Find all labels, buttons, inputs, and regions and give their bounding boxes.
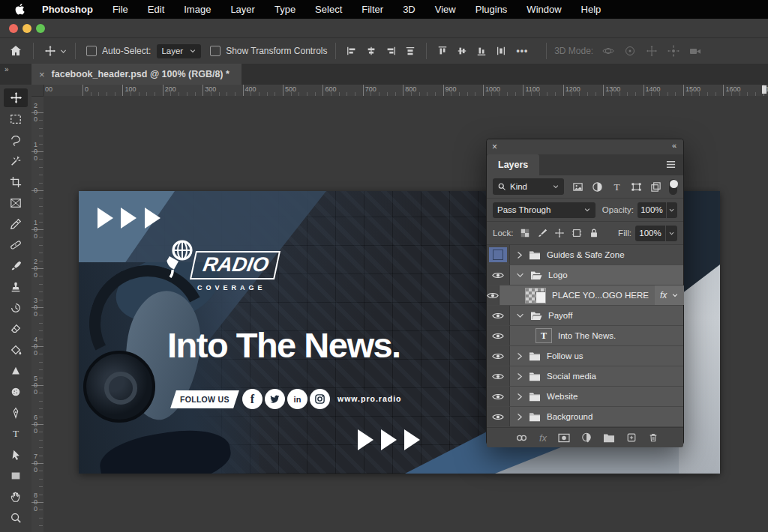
smart-filter-icon[interactable]	[650, 181, 662, 193]
layers-panel-header[interactable]: × «	[487, 139, 683, 154]
smart-object-thumbnail[interactable]	[525, 288, 546, 303]
visibility-eye-icon[interactable]	[487, 346, 510, 366]
menu-filter[interactable]: Filter	[362, 4, 383, 15]
opacity-value[interactable]: 100%	[638, 202, 666, 218]
blend-mode-dropdown[interactable]: Pass Through	[493, 202, 596, 218]
menu-plugins[interactable]: Plugins	[476, 4, 508, 15]
type-tool[interactable]: T	[4, 424, 28, 443]
chevron-right-icon[interactable]	[516, 393, 523, 401]
lock-move-icon[interactable]	[554, 228, 565, 238]
layer-row-website[interactable]: Website	[487, 387, 683, 407]
layer-row-payoff[interactable]: Payoff	[487, 306, 683, 326]
layer-row-logo[interactable]: Logo	[487, 265, 683, 285]
pixel-filter-icon[interactable]	[572, 181, 584, 193]
visibility-eye-icon[interactable]	[487, 366, 510, 386]
align-center-h-icon[interactable]	[366, 46, 376, 56]
3d-roll-icon[interactable]	[624, 45, 636, 57]
new-group-button[interactable]	[603, 433, 615, 443]
distribute-h-icon[interactable]	[405, 46, 416, 56]
healing-brush-tool[interactable]	[4, 235, 28, 254]
distribute-v-icon[interactable]	[496, 46, 506, 56]
type-filter-icon[interactable]: T	[611, 181, 622, 193]
filter-toggle[interactable]	[669, 179, 677, 195]
lock-artboard-icon[interactable]	[572, 228, 582, 238]
paint-bucket-tool[interactable]	[4, 340, 28, 359]
sponge-tool[interactable]	[4, 382, 28, 401]
3d-slide-icon[interactable]	[668, 45, 680, 57]
chevron-down-icon[interactable]	[516, 312, 524, 319]
delete-layer-button[interactable]	[648, 432, 658, 443]
chevron-down-icon[interactable]	[516, 272, 524, 279]
3d-pan-icon[interactable]	[646, 45, 658, 57]
panel-menu-icon[interactable]	[665, 160, 676, 169]
layer-effects-button[interactable]: fx	[539, 432, 547, 444]
menu-view[interactable]: View	[435, 4, 456, 15]
visibility-eye-icon[interactable]	[487, 285, 500, 305]
crop-tool[interactable]	[4, 172, 28, 191]
layer-mask-button[interactable]	[558, 433, 570, 443]
menu-type[interactable]: Type	[274, 4, 296, 15]
frame-tool[interactable]	[4, 193, 28, 212]
layer-effects-badge[interactable]: fx	[655, 285, 684, 305]
zoom-window-button[interactable]	[36, 24, 45, 33]
expand-panels-icon[interactable]: »	[4, 65, 10, 73]
filter-kind-dropdown[interactable]: Kind	[493, 178, 564, 195]
menu-image[interactable]: Image	[184, 4, 211, 15]
pen-tool[interactable]	[4, 403, 28, 422]
menu-layer[interactable]: Layer	[230, 4, 255, 15]
tool-preset-chevron-icon[interactable]	[59, 47, 68, 55]
layers-tab[interactable]: Layers	[487, 154, 539, 175]
more-align-options-button[interactable]: •••	[517, 46, 529, 56]
show-transform-checkbox[interactable]	[210, 46, 220, 56]
adjustment-filter-icon[interactable]	[592, 181, 603, 193]
apple-icon[interactable]	[15, 4, 26, 16]
close-tab-icon[interactable]: ×	[39, 69, 45, 80]
collapse-panel-icon[interactable]: «	[672, 141, 677, 150]
layer-row-follow-us[interactable]: Follow us	[487, 346, 683, 366]
menu-photoshop[interactable]: Photoshop	[42, 4, 93, 15]
path-select-tool[interactable]	[4, 445, 28, 464]
3d-orbit-icon[interactable]	[602, 45, 614, 57]
hand-tool[interactable]	[4, 487, 28, 506]
layer-row-into-the-news[interactable]: TInto The News.	[487, 326, 683, 346]
fill-chevron-icon[interactable]	[666, 226, 677, 241]
align-top-icon[interactable]	[437, 46, 448, 56]
shape-filter-icon[interactable]	[631, 181, 642, 193]
auto-select-checkbox[interactable]	[86, 46, 97, 56]
menu-help[interactable]: Help	[581, 4, 602, 15]
lock-paint-icon[interactable]	[537, 228, 548, 238]
home-icon[interactable]	[9, 44, 22, 58]
type-layer-thumbnail[interactable]: T	[536, 328, 552, 343]
align-right-icon[interactable]	[386, 46, 396, 56]
visibility-eye-icon[interactable]	[487, 265, 510, 285]
visibility-eye-icon[interactable]	[487, 387, 510, 406]
lock-transparent-icon[interactable]	[520, 228, 530, 238]
visibility-eye-icon[interactable]	[487, 326, 510, 345]
brush-tool[interactable]	[4, 256, 28, 275]
chevron-right-icon[interactable]	[516, 413, 523, 421]
layer-row-guides-safe-zone[interactable]: Guides & Safe Zone	[487, 245, 683, 265]
menu-file[interactable]: File	[112, 4, 128, 15]
visibility-eye-icon[interactable]	[487, 407, 510, 426]
align-middle-icon[interactable]	[457, 46, 467, 56]
link-layers-button[interactable]	[515, 433, 528, 443]
close-window-button[interactable]	[9, 24, 18, 33]
fill-value[interactable]: 100%	[635, 226, 665, 241]
eyedropper-tool[interactable]	[4, 214, 28, 233]
align-left-icon[interactable]	[346, 46, 357, 56]
visibility-hidden-box[interactable]	[487, 245, 510, 265]
chevron-right-icon[interactable]	[516, 251, 523, 259]
document-tab[interactable]: × facebook_header.psd @ 100% (RGB/8) *	[32, 64, 242, 85]
magic-wand-tool[interactable]	[4, 151, 28, 170]
3d-camera-icon[interactable]	[689, 45, 701, 57]
blur-tool[interactable]	[4, 361, 28, 380]
close-panel-icon[interactable]: ×	[492, 142, 497, 152]
marquee-tool[interactable]	[4, 109, 28, 128]
lock-all-icon[interactable]	[589, 228, 599, 238]
opacity-chevron-icon[interactable]	[667, 202, 677, 218]
layer-row-background[interactable]: Background	[487, 407, 683, 427]
new-layer-button[interactable]	[626, 432, 637, 443]
align-bottom-icon[interactable]	[476, 46, 487, 56]
zoom-tool[interactable]	[4, 508, 28, 527]
rectangle-tool[interactable]	[4, 466, 28, 485]
